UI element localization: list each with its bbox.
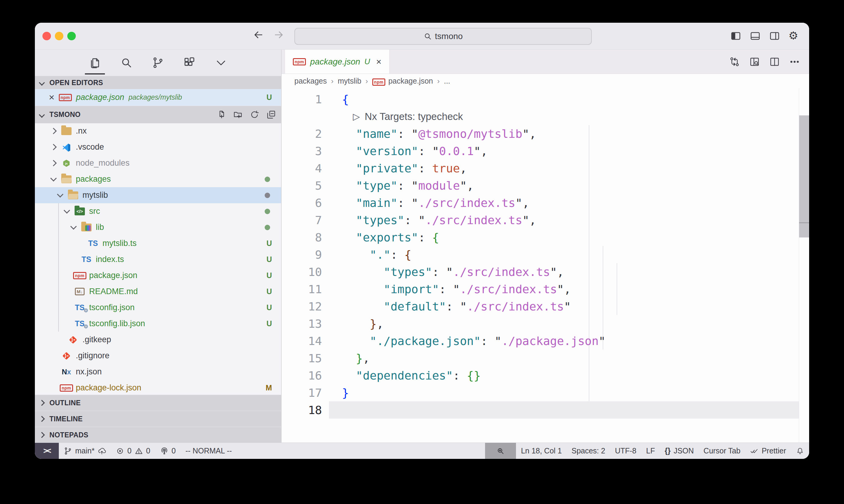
folder-src-icon: </>	[74, 208, 86, 215]
code-line-3: 3 "version": "0.0.1",	[282, 142, 809, 160]
tree-item-label: tsconfig.json	[89, 303, 135, 312]
breadcrumb-item[interactable]: mytslib	[338, 77, 361, 85]
close-editor-icon[interactable]: ×	[49, 92, 55, 103]
tree-item-package-lock-json[interactable]: npmpackage-lock.jsonM	[35, 380, 281, 396]
go-back-button[interactable]	[253, 30, 264, 40]
status-text: Ln 18, Col 1	[521, 447, 562, 455]
tree-item-label: nx.json	[76, 367, 102, 377]
scrollbar-thumb[interactable]	[799, 115, 809, 237]
code-line-8: 8 "exports": {	[282, 229, 809, 246]
status-cursor-position[interactable]: Ln 18, Col 1	[516, 443, 567, 459]
tree-item-readme-md[interactable]: M↓README.mdU	[35, 284, 281, 300]
tab-package-json[interactable]: npm package.json U ×	[285, 50, 390, 74]
settings-gear-icon[interactable]: ⚙	[789, 30, 798, 42]
scrollbar-mark	[799, 222, 809, 223]
explorer-header[interactable]: TSMONO	[35, 106, 281, 123]
vscode-icon	[61, 143, 72, 152]
modified-dot-badge	[265, 225, 270, 230]
chevron-down-icon	[70, 223, 77, 230]
tree-item-nx-json[interactable]: Nxnx.json	[35, 364, 281, 380]
toggle-panel-icon[interactable]	[750, 30, 761, 41]
section-notepads[interactable]: NOTEPADS	[35, 427, 281, 443]
go-forward-button[interactable]	[273, 30, 284, 40]
npm-icon: npm	[59, 94, 72, 101]
tree-item--gitignore[interactable]: .gitignore	[35, 348, 281, 364]
status-zoom-indicator[interactable]	[485, 443, 516, 459]
npm-icon: npm	[293, 58, 306, 66]
line-number: 10	[282, 265, 322, 278]
git-status-badge: M	[265, 383, 272, 392]
open-preview-icon[interactable]	[749, 56, 760, 67]
line-number: 7	[282, 214, 322, 227]
play-icon: ▷	[353, 111, 360, 122]
zoom-window-button[interactable]	[67, 32, 76, 40]
tree-item-package-json[interactable]: npmpackage.jsonU	[35, 267, 281, 284]
command-center-search[interactable]: tsmono	[294, 28, 592, 45]
git-icon	[67, 335, 79, 344]
md-icon: M↓	[74, 288, 86, 295]
tree-item--nx[interactable]: .nx	[35, 123, 281, 139]
double-check-icon	[750, 447, 758, 455]
ts-icon: TS	[81, 255, 92, 264]
new-file-icon[interactable]	[216, 110, 226, 120]
tree-item-tsconfig-json[interactable]: TS⚙tsconfig.jsonU	[35, 300, 281, 316]
search-icon	[424, 32, 432, 41]
tree-item-node-modules[interactable]: jsnode_modules	[35, 155, 281, 171]
split-editor-icon[interactable]	[769, 56, 780, 67]
status-encoding[interactable]: UTF-8	[610, 443, 641, 459]
activity-explorer[interactable]	[86, 55, 104, 71]
status-remote-indicator[interactable]: ><	[35, 443, 59, 459]
sidebar: OPEN EDITORS ×npmpackage.jsonpackages/my…	[35, 50, 282, 443]
tree-item-index-ts[interactable]: TSindex.tsU	[35, 251, 281, 267]
status-problems[interactable]: 00	[111, 443, 155, 459]
tree-item-mytslib[interactable]: mytslib	[35, 187, 281, 203]
more-actions-icon[interactable]	[789, 56, 800, 67]
status-git-branch[interactable]: main*	[59, 443, 111, 459]
status-formatter[interactable]: Prettier	[745, 443, 791, 459]
code-line-14: 14 "./package.json": "./package.json"	[282, 332, 809, 349]
tree-item-mytslib-ts[interactable]: TSmytslib.tsU	[35, 235, 281, 251]
title-bar: tsmono ⚙	[35, 23, 809, 50]
breadcrumb-item[interactable]: ...	[444, 77, 450, 85]
status-cursor-tab[interactable]: Cursor Tab	[699, 443, 745, 459]
close-tab-icon[interactable]: ×	[376, 57, 382, 67]
collapse-all-icon[interactable]	[266, 110, 276, 120]
activity-search[interactable]	[118, 55, 135, 71]
toggle-primary-sidebar-icon[interactable]	[730, 30, 741, 41]
toggle-secondary-sidebar-icon[interactable]	[769, 30, 780, 41]
minimize-window-button[interactable]	[55, 32, 63, 40]
tree-item-lib[interactable]: lib	[35, 219, 281, 235]
status-indentation[interactable]: Spaces: 2	[567, 443, 610, 459]
open-changes-icon[interactable]	[729, 56, 740, 67]
code-line-1: 1{	[282, 91, 809, 108]
tree-item-label: src	[89, 206, 100, 216]
activity-more-views[interactable]	[212, 55, 230, 71]
open-editor-item[interactable]: ×npmpackage.jsonpackages/mytslibU	[35, 89, 281, 106]
activity-source-control[interactable]	[149, 55, 167, 71]
open-editors-header[interactable]: OPEN EDITORS	[35, 76, 281, 89]
window-controls	[42, 32, 76, 40]
tree-item-tsconfig-lib-json[interactable]: TS⚙tsconfig.lib.jsonU	[35, 316, 281, 332]
status-language-mode[interactable]: {}JSON	[660, 443, 699, 459]
code-editor[interactable]: 1{▷Nx Targets: typecheck2 "name": "@tsmo…	[282, 88, 809, 443]
status-notifications[interactable]	[791, 443, 809, 459]
new-folder-icon[interactable]	[233, 110, 243, 120]
codelens-run-target[interactable]: ▷Nx Targets: typecheck	[353, 111, 463, 122]
line-number: 17	[282, 386, 322, 399]
section-outline[interactable]: OUTLINE	[35, 395, 281, 411]
status-eol[interactable]: LF	[641, 443, 660, 459]
tree-item-packages[interactable]: packages	[35, 171, 281, 187]
tree-item-src[interactable]: </>src	[35, 203, 281, 219]
status-ports[interactable]: 0	[155, 443, 181, 459]
close-window-button[interactable]	[42, 32, 51, 40]
breadcrumb-item[interactable]: npmpackage.json	[372, 77, 433, 86]
tree-item--gitkeep[interactable]: .gitkeep	[35, 332, 281, 348]
breadcrumb-item[interactable]: packages	[294, 77, 327, 85]
status-vim-mode[interactable]: -- NORMAL --	[181, 443, 237, 459]
folder-icon	[61, 127, 72, 135]
error-icon	[116, 447, 124, 455]
section-timeline[interactable]: TIMELINE	[35, 411, 281, 427]
activity-extensions[interactable]	[181, 55, 198, 71]
tree-item--vscode[interactable]: .vscode	[35, 139, 281, 155]
refresh-icon[interactable]	[249, 110, 259, 120]
